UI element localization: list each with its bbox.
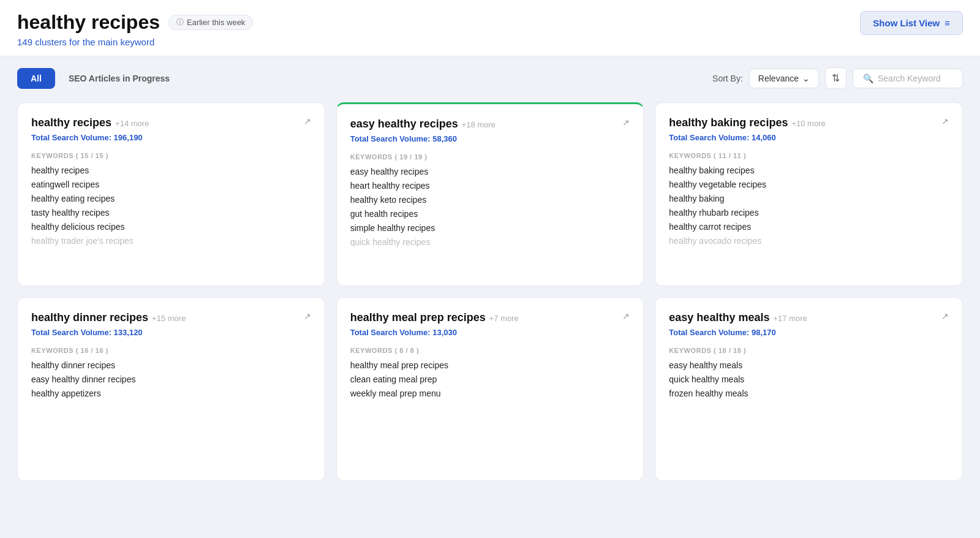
toolbar-right: Sort By: Relevance ⌄ ⇅ 🔍 Search Keyword bbox=[712, 67, 963, 89]
keyword-card-1: healthy recipes+14 more↗Total Search Vol… bbox=[17, 102, 325, 286]
card-title: healthy meal prep recipes bbox=[350, 311, 486, 324]
card-more: +14 more bbox=[115, 119, 149, 128]
main-title-row: healthy recipes ⓘ Earlier this week bbox=[17, 11, 253, 34]
card-title-left: easy healthy meals+17 more bbox=[669, 311, 807, 324]
keyword-item: healthy keto recipes bbox=[350, 195, 630, 205]
list-icon: ≡ bbox=[944, 18, 950, 28]
card-more: +7 more bbox=[489, 314, 519, 323]
keywords-label: KEYWORDS ( 16 / 16 ) bbox=[31, 347, 311, 354]
card-title-row: easy healthy recipes+18 more↗ bbox=[350, 118, 630, 131]
expand-icon[interactable]: ↗ bbox=[622, 311, 630, 321]
keyword-item: weekly meal prep menu bbox=[350, 388, 630, 398]
keywords-label: KEYWORDS ( 8 / 8 ) bbox=[350, 347, 630, 354]
card-title-row: healthy meal prep recipes+7 more↗ bbox=[350, 311, 630, 324]
expand-icon[interactable]: ↗ bbox=[304, 116, 311, 126]
card-volume: Total Search Volume: 13,030 bbox=[350, 328, 630, 337]
expand-icon[interactable]: ↗ bbox=[941, 311, 949, 321]
keyword-item: healthy carrot recipes bbox=[669, 222, 949, 232]
keywords-label: KEYWORDS ( 18 / 18 ) bbox=[669, 347, 949, 354]
header-left: healthy recipes ⓘ Earlier this week 149 … bbox=[17, 11, 253, 47]
page-header: healthy recipes ⓘ Earlier this week 149 … bbox=[0, 0, 980, 56]
search-box[interactable]: 🔍 Search Keyword bbox=[853, 69, 963, 88]
keywords-label: KEYWORDS ( 11 / 11 ) bbox=[669, 152, 949, 159]
search-icon: 🔍 bbox=[863, 74, 873, 83]
clock-icon: ⓘ bbox=[176, 17, 184, 28]
tab-seo-articles[interactable]: SEO Articles in Progress bbox=[55, 68, 183, 89]
keyword-card-5: healthy meal prep recipes+7 more↗Total S… bbox=[336, 297, 644, 481]
card-title-row: easy healthy meals+17 more↗ bbox=[669, 311, 949, 324]
card-title-left: easy healthy recipes+18 more bbox=[350, 118, 496, 131]
search-placeholder: Search Keyword bbox=[878, 74, 941, 83]
card-title: easy healthy recipes bbox=[350, 118, 458, 130]
keyword-item: frozen healthy meals bbox=[669, 388, 949, 398]
keyword-item: healthy baking recipes bbox=[669, 165, 949, 175]
page-title: healthy recipes bbox=[17, 11, 160, 34]
tab-all[interactable]: All bbox=[17, 68, 55, 89]
keyword-card-6: easy healthy meals+17 more↗Total Search … bbox=[655, 297, 963, 481]
tab-group: All SEO Articles in Progress bbox=[17, 68, 183, 89]
keyword-item: healthy baking bbox=[669, 194, 949, 203]
keyword-item: healthy recipes bbox=[31, 165, 311, 175]
keyword-item: eatingwell recipes bbox=[31, 180, 311, 189]
keyword-item: gut health recipes bbox=[350, 209, 630, 219]
card-more: +15 more bbox=[152, 314, 186, 323]
time-badge-text: Earlier this week bbox=[187, 18, 245, 27]
card-title-row: healthy dinner recipes+15 more↗ bbox=[31, 311, 311, 324]
cluster-count: 149 clusters for the main keyword bbox=[17, 37, 253, 47]
keyword-item: healthy meal prep recipes bbox=[350, 360, 630, 370]
sort-label: Sort By: bbox=[712, 74, 743, 83]
keyword-item: healthy appetizers bbox=[31, 388, 311, 398]
card-title-left: healthy baking recipes+10 more bbox=[669, 116, 825, 129]
cards-grid: healthy recipes+14 more↗Total Search Vol… bbox=[0, 96, 980, 498]
keywords-label: KEYWORDS ( 19 / 19 ) bbox=[350, 153, 630, 161]
keyword-item: healthy avocado recipes bbox=[669, 236, 949, 246]
keyword-item: tasty healthy recipes bbox=[31, 208, 311, 218]
card-volume: Total Search Volume: 98,170 bbox=[669, 328, 949, 337]
card-more: +10 more bbox=[791, 119, 825, 128]
card-title: easy healthy meals bbox=[669, 311, 769, 324]
expand-icon[interactable]: ↗ bbox=[941, 116, 949, 126]
chevron-down-icon: ⌄ bbox=[802, 74, 810, 83]
keyword-item: easy healthy recipes bbox=[350, 167, 630, 176]
card-title: healthy dinner recipes bbox=[31, 311, 148, 324]
card-volume: Total Search Volume: 58,360 bbox=[350, 134, 630, 143]
keyword-item: heart healthy recipes bbox=[350, 181, 630, 191]
expand-icon[interactable]: ↗ bbox=[304, 311, 311, 321]
card-title-left: healthy recipes+14 more bbox=[31, 116, 149, 129]
expand-icon[interactable]: ↗ bbox=[622, 118, 630, 127]
keyword-card-3: healthy baking recipes+10 more↗Total Sea… bbox=[655, 102, 963, 286]
sort-select[interactable]: Relevance ⌄ bbox=[749, 69, 819, 88]
keyword-item: healthy trader joe's recipes bbox=[31, 236, 311, 246]
time-badge: ⓘ Earlier this week bbox=[168, 15, 253, 30]
keyword-item: healthy eating recipes bbox=[31, 194, 311, 203]
card-title: healthy recipes bbox=[31, 116, 111, 129]
sort-value: Relevance bbox=[758, 74, 799, 83]
keyword-item: easy healthy meals bbox=[669, 360, 949, 370]
keyword-item: healthy delicious recipes bbox=[31, 222, 311, 232]
toolbar: All SEO Articles in Progress Sort By: Re… bbox=[0, 56, 980, 96]
keyword-item: healthy vegetable recipes bbox=[669, 180, 949, 189]
card-volume: Total Search Volume: 196,190 bbox=[31, 133, 311, 142]
sort-order-icon: ⇅ bbox=[832, 73, 840, 83]
keyword-card-2: easy healthy recipes+18 more↗Total Searc… bbox=[336, 102, 644, 286]
keywords-label: KEYWORDS ( 15 / 15 ) bbox=[31, 152, 311, 159]
show-list-button[interactable]: Show List View ≡ bbox=[860, 11, 963, 35]
keyword-card-4: healthy dinner recipes+15 more↗Total Sea… bbox=[17, 297, 325, 481]
keyword-item: clean eating meal prep bbox=[350, 374, 630, 384]
card-volume: Total Search Volume: 133,120 bbox=[31, 328, 311, 337]
keyword-item: quick healthy meals bbox=[669, 374, 949, 384]
card-title: healthy baking recipes bbox=[669, 116, 788, 129]
sort-order-button[interactable]: ⇅ bbox=[825, 67, 846, 89]
card-more: +18 more bbox=[462, 120, 496, 129]
card-volume: Total Search Volume: 14,060 bbox=[669, 133, 949, 142]
card-more: +17 more bbox=[773, 314, 807, 323]
show-list-label: Show List View bbox=[873, 18, 940, 28]
keyword-item: quick healthy recipes bbox=[350, 237, 630, 247]
card-title-row: healthy recipes+14 more↗ bbox=[31, 116, 311, 129]
card-title-left: healthy dinner recipes+15 more bbox=[31, 311, 186, 324]
card-title-left: healthy meal prep recipes+7 more bbox=[350, 311, 519, 324]
card-title-row: healthy baking recipes+10 more↗ bbox=[669, 116, 949, 129]
keyword-item: simple healthy recipes bbox=[350, 223, 630, 233]
keyword-item: healthy rhubarb recipes bbox=[669, 208, 949, 218]
keyword-item: easy healthy dinner recipes bbox=[31, 374, 311, 384]
